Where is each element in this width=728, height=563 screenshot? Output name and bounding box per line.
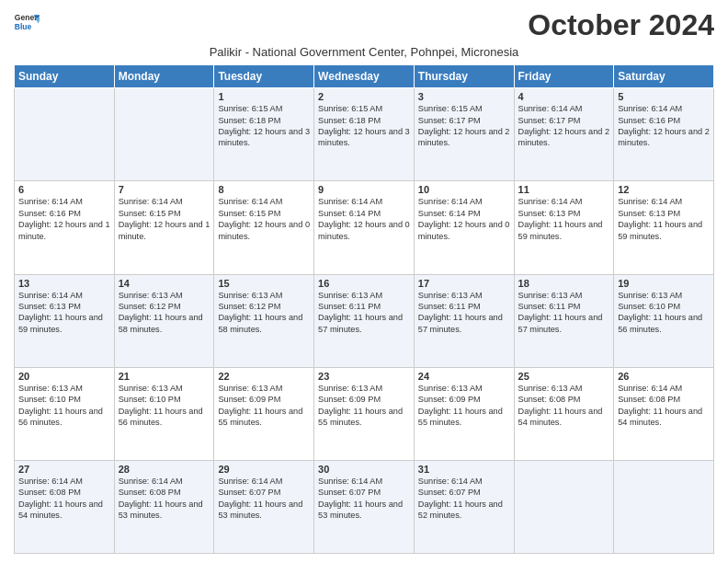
calendar-cell: 15Sunrise: 6:13 AMSunset: 6:12 PMDayligh… (214, 274, 314, 367)
day-info: Sunrise: 6:14 AMSunset: 6:14 PMDaylight:… (318, 196, 410, 242)
day-info: Sunrise: 6:14 AMSunset: 6:16 PMDaylight:… (618, 103, 710, 149)
day-info: Sunrise: 6:14 AMSunset: 6:13 PMDaylight:… (18, 290, 110, 336)
day-number: 3 (418, 91, 510, 102)
day-info: Sunrise: 6:14 AMSunset: 6:13 PMDaylight:… (518, 196, 610, 242)
day-number: 25 (518, 371, 610, 382)
calendar-cell: 25Sunrise: 6:13 AMSunset: 6:08 PMDayligh… (514, 367, 614, 460)
day-number: 27 (18, 464, 110, 475)
calendar-cell: 5Sunrise: 6:14 AMSunset: 6:16 PMDaylight… (614, 88, 714, 181)
calendar-table: SundayMondayTuesdayWednesdayThursdayFrid… (14, 64, 714, 554)
day-info: Sunrise: 6:13 AMSunset: 6:11 PMDaylight:… (518, 290, 610, 336)
day-number: 28 (119, 464, 210, 475)
day-number: 20 (18, 371, 110, 382)
day-info: Sunrise: 6:13 AMSunset: 6:10 PMDaylight:… (18, 383, 110, 429)
calendar-cell: 17Sunrise: 6:13 AMSunset: 6:11 PMDayligh… (414, 274, 514, 367)
day-info: Sunrise: 6:14 AMSunset: 6:08 PMDaylight:… (618, 383, 710, 429)
day-info: Sunrise: 6:14 AMSunset: 6:13 PMDaylight:… (618, 196, 710, 242)
calendar-cell: 7Sunrise: 6:14 AMSunset: 6:15 PMDaylight… (114, 181, 214, 274)
calendar-cell: 18Sunrise: 6:13 AMSunset: 6:11 PMDayligh… (514, 274, 614, 367)
weekday-header-saturday: Saturday (614, 65, 714, 88)
calendar-cell: 13Sunrise: 6:14 AMSunset: 6:13 PMDayligh… (15, 274, 115, 367)
day-number: 26 (618, 371, 710, 382)
calendar-cell: 20Sunrise: 6:13 AMSunset: 6:10 PMDayligh… (15, 367, 115, 460)
day-number: 6 (18, 184, 110, 195)
calendar-cell: 28Sunrise: 6:14 AMSunset: 6:08 PMDayligh… (114, 460, 214, 553)
location-subtitle: Palikir - National Government Center, Po… (14, 45, 714, 59)
day-number: 2 (318, 91, 410, 102)
day-info: Sunrise: 6:13 AMSunset: 6:10 PMDaylight:… (618, 290, 710, 336)
day-number: 29 (218, 464, 310, 475)
month-year-title: October 2024 (528, 9, 714, 41)
day-number: 9 (318, 184, 410, 195)
day-number: 8 (218, 184, 310, 195)
weekday-header-friday: Friday (514, 65, 614, 88)
calendar-cell: 27Sunrise: 6:14 AMSunset: 6:08 PMDayligh… (15, 460, 115, 553)
calendar-cell: 30Sunrise: 6:14 AMSunset: 6:07 PMDayligh… (314, 460, 415, 553)
weekday-header-tuesday: Tuesday (214, 65, 314, 88)
day-number: 23 (318, 371, 410, 382)
day-info: Sunrise: 6:14 AMSunset: 6:14 PMDaylight:… (418, 196, 510, 242)
day-number: 13 (18, 278, 110, 289)
day-info: Sunrise: 6:14 AMSunset: 6:07 PMDaylight:… (318, 476, 410, 522)
day-number: 24 (418, 371, 510, 382)
day-info: Sunrise: 6:13 AMSunset: 6:09 PMDaylight:… (218, 383, 310, 429)
day-number: 11 (518, 184, 610, 195)
calendar-cell: 31Sunrise: 6:14 AMSunset: 6:07 PMDayligh… (414, 460, 514, 553)
calendar-cell: 10Sunrise: 6:14 AMSunset: 6:14 PMDayligh… (414, 181, 514, 274)
day-info: Sunrise: 6:15 AMSunset: 6:18 PMDaylight:… (318, 103, 410, 149)
calendar-cell: 16Sunrise: 6:13 AMSunset: 6:11 PMDayligh… (314, 274, 415, 367)
day-info: Sunrise: 6:14 AMSunset: 6:15 PMDaylight:… (119, 196, 210, 242)
day-number: 16 (318, 278, 410, 289)
logo: General Blue (14, 9, 40, 35)
day-info: Sunrise: 6:13 AMSunset: 6:09 PMDaylight:… (318, 383, 410, 429)
day-info: Sunrise: 6:14 AMSunset: 6:07 PMDaylight:… (218, 476, 310, 522)
day-number: 4 (518, 91, 610, 102)
calendar-cell: 6Sunrise: 6:14 AMSunset: 6:16 PMDaylight… (15, 181, 115, 274)
calendar-cell: 21Sunrise: 6:13 AMSunset: 6:10 PMDayligh… (114, 367, 214, 460)
day-info: Sunrise: 6:13 AMSunset: 6:12 PMDaylight:… (119, 290, 210, 336)
day-number: 14 (119, 278, 210, 289)
calendar-cell: 4Sunrise: 6:14 AMSunset: 6:17 PMDaylight… (514, 88, 614, 181)
day-number: 15 (218, 278, 310, 289)
day-info: Sunrise: 6:13 AMSunset: 6:09 PMDaylight:… (418, 383, 510, 429)
calendar-cell: 24Sunrise: 6:13 AMSunset: 6:09 PMDayligh… (414, 367, 514, 460)
day-info: Sunrise: 6:14 AMSunset: 6:08 PMDaylight:… (119, 476, 210, 522)
weekday-header-wednesday: Wednesday (314, 65, 415, 88)
day-info: Sunrise: 6:14 AMSunset: 6:07 PMDaylight:… (418, 476, 510, 522)
day-info: Sunrise: 6:15 AMSunset: 6:17 PMDaylight:… (418, 103, 510, 149)
calendar-cell: 1Sunrise: 6:15 AMSunset: 6:18 PMDaylight… (214, 88, 314, 181)
calendar-cell: 12Sunrise: 6:14 AMSunset: 6:13 PMDayligh… (614, 181, 714, 274)
weekday-header-sunday: Sunday (15, 65, 115, 88)
calendar-cell: 11Sunrise: 6:14 AMSunset: 6:13 PMDayligh… (514, 181, 614, 274)
calendar-cell: 22Sunrise: 6:13 AMSunset: 6:09 PMDayligh… (214, 367, 314, 460)
day-number: 17 (418, 278, 510, 289)
day-number: 19 (618, 278, 710, 289)
calendar-cell: 2Sunrise: 6:15 AMSunset: 6:18 PMDaylight… (314, 88, 415, 181)
day-number: 31 (418, 464, 510, 475)
day-info: Sunrise: 6:13 AMSunset: 6:08 PMDaylight:… (518, 383, 610, 429)
day-info: Sunrise: 6:13 AMSunset: 6:10 PMDaylight:… (119, 383, 210, 429)
day-number: 10 (418, 184, 510, 195)
calendar-cell (514, 460, 614, 553)
svg-text:Blue: Blue (15, 22, 32, 31)
day-number: 12 (618, 184, 710, 195)
day-number: 1 (218, 91, 310, 102)
calendar-cell: 19Sunrise: 6:13 AMSunset: 6:10 PMDayligh… (614, 274, 714, 367)
day-info: Sunrise: 6:13 AMSunset: 6:12 PMDaylight:… (218, 290, 310, 336)
calendar-cell (614, 460, 714, 553)
calendar-cell: 29Sunrise: 6:14 AMSunset: 6:07 PMDayligh… (214, 460, 314, 553)
day-info: Sunrise: 6:13 AMSunset: 6:11 PMDaylight:… (318, 290, 410, 336)
calendar-cell: 3Sunrise: 6:15 AMSunset: 6:17 PMDaylight… (414, 88, 514, 181)
calendar-cell (15, 88, 115, 181)
day-number: 7 (119, 184, 210, 195)
day-info: Sunrise: 6:14 AMSunset: 6:17 PMDaylight:… (518, 103, 610, 149)
day-number: 22 (218, 371, 310, 382)
day-info: Sunrise: 6:14 AMSunset: 6:08 PMDaylight:… (18, 476, 110, 522)
day-info: Sunrise: 6:13 AMSunset: 6:11 PMDaylight:… (418, 290, 510, 336)
weekday-header-monday: Monday (114, 65, 214, 88)
day-number: 5 (618, 91, 710, 102)
calendar-cell: 23Sunrise: 6:13 AMSunset: 6:09 PMDayligh… (314, 367, 415, 460)
calendar-cell: 8Sunrise: 6:14 AMSunset: 6:15 PMDaylight… (214, 181, 314, 274)
calendar-cell: 9Sunrise: 6:14 AMSunset: 6:14 PMDaylight… (314, 181, 415, 274)
calendar-cell: 26Sunrise: 6:14 AMSunset: 6:08 PMDayligh… (614, 367, 714, 460)
